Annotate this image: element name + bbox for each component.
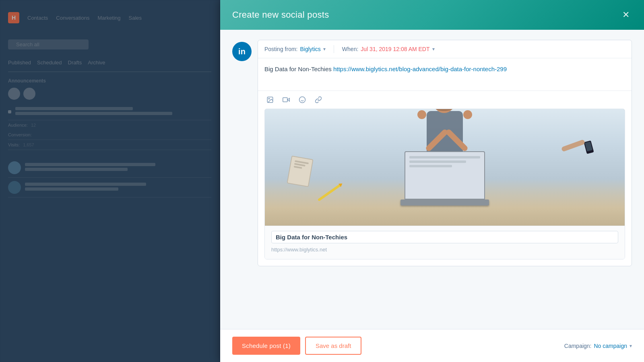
composer-card: Posting from: Biglytics ▾ When: Jul 31, … bbox=[258, 40, 632, 266]
modal-body: in Posting from: Biglytics ▾ When: Jul 3… bbox=[220, 30, 644, 329]
linkedin-icon: in bbox=[232, 42, 252, 61]
campaign-value[interactable]: No campaign bbox=[594, 343, 627, 349]
post-text-area[interactable]: Big Data for Non-Techies https://www.big… bbox=[258, 58, 632, 90]
campaign-control: Campaign: No campaign ▾ bbox=[564, 343, 632, 349]
link-icon[interactable] bbox=[313, 94, 324, 105]
link-card-title: Big Data for Non-Techies bbox=[271, 231, 618, 243]
footer-actions: Schedule post (1) Save as draft bbox=[232, 337, 361, 355]
when-dropdown-icon[interactable]: ▾ bbox=[432, 46, 435, 52]
close-button[interactable]: ✕ bbox=[620, 9, 632, 21]
campaign-label: Campaign: bbox=[564, 343, 592, 349]
when-control: When: Jul 31, 2019 12:08 AM EDT ▾ bbox=[342, 46, 435, 52]
modal-footer: Schedule post (1) Save as draft Campaign… bbox=[220, 329, 644, 362]
image-preview-wrapper: Big Data for Non-Techies https://www.big… bbox=[264, 109, 625, 259]
posting-divider bbox=[334, 45, 334, 53]
when-label: When: bbox=[342, 46, 358, 52]
post-text: Big Data for Non-Techies bbox=[264, 66, 333, 72]
campaign-dropdown-icon[interactable]: ▾ bbox=[630, 343, 632, 349]
post-toolbar bbox=[258, 90, 632, 109]
post-link[interactable]: https://www.biglytics.net/blog-advanced/… bbox=[333, 66, 507, 72]
composer-row: in Posting from: Biglytics ▾ When: Jul 3… bbox=[232, 40, 632, 266]
svg-point-1 bbox=[268, 98, 269, 99]
posting-from-label: Posting from: bbox=[264, 46, 297, 52]
svg-marker-2 bbox=[287, 98, 289, 101]
posting-from-value[interactable]: Biglytics bbox=[300, 46, 320, 52]
link-card-url: https://www.biglytics.net bbox=[271, 245, 618, 254]
posting-from-dropdown-icon[interactable]: ▾ bbox=[323, 46, 326, 52]
image-preview bbox=[265, 109, 625, 226]
posting-from: Posting from: Biglytics ▾ bbox=[264, 46, 326, 52]
image-bg bbox=[265, 109, 625, 226]
emoji-icon[interactable] bbox=[297, 94, 308, 105]
save-draft-button[interactable]: Save as draft bbox=[305, 337, 361, 355]
image-icon[interactable] bbox=[264, 94, 276, 105]
video-icon[interactable] bbox=[281, 94, 292, 105]
svg-rect-3 bbox=[283, 98, 287, 102]
create-post-modal: Create new social posts ✕ in Posting fro… bbox=[220, 0, 644, 362]
modal-title: Create new social posts bbox=[232, 10, 329, 20]
modal-header: Create new social posts ✕ bbox=[220, 0, 644, 30]
link-card: Big Data for Non-Techies https://www.big… bbox=[265, 226, 625, 259]
schedule-post-button[interactable]: Schedule post (1) bbox=[232, 337, 300, 355]
when-value[interactable]: Jul 31, 2019 12:08 AM EDT bbox=[361, 46, 429, 52]
svg-point-4 bbox=[299, 97, 305, 103]
posting-controls: Posting from: Biglytics ▾ When: Jul 31, … bbox=[258, 40, 632, 58]
